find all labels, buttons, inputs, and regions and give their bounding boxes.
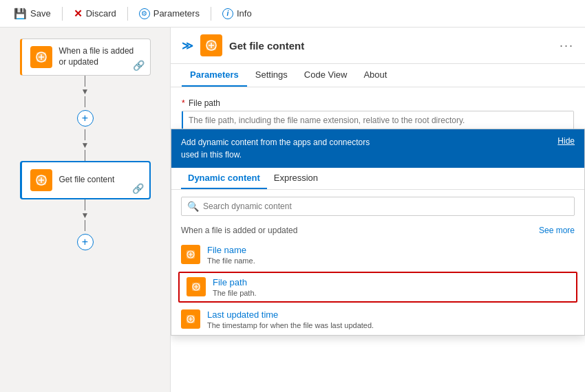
required-marker: * — [182, 98, 185, 108]
connector-line-2 — [85, 96, 85, 107]
discard-icon: ✕ — [74, 8, 83, 20]
save-icon: 💾 — [14, 8, 27, 20]
dynamic-tab-expression[interactable]: Expression — [267, 168, 325, 189]
panel-header: ≫ Get file content ··· — [171, 28, 585, 64]
dynamic-popup-header-text: Add dynamic content from the apps and co… — [181, 136, 370, 161]
info-button[interactable]: i Info — [217, 6, 257, 22]
search-icon: 🔍 — [187, 201, 199, 212]
flow-connector-3: ▼ — [81, 199, 89, 231]
dynamic-popup-header: Add dynamic content from the apps and co… — [171, 129, 584, 168]
add-step-button-1[interactable]: + — [77, 110, 94, 127]
dynamic-item-file-path[interactable]: File path The file path. — [178, 272, 577, 303]
panel-title: Get file content — [229, 40, 304, 52]
file-path-desc: The file path. — [213, 289, 569, 297]
dynamic-item-last-updated[interactable]: Last updated time The timestamp for when… — [171, 304, 584, 335]
dynamic-content-popup: Add dynamic content from the apps and co… — [171, 129, 585, 336]
file-name-label: File name — [207, 245, 575, 255]
last-updated-desc: The timestamp for when the file was last… — [207, 321, 575, 329]
connector-arrow-3: ▼ — [81, 210, 89, 220]
file-name-item-info: File name The file name. — [207, 245, 575, 265]
parameters-icon: ⚙ — [139, 8, 150, 19]
file-path-item-icon — [187, 277, 206, 296]
action-link-icon: 🔗 — [132, 183, 144, 194]
file-name-item-icon — [181, 245, 200, 264]
trigger-node[interactable]: When a file is addedor updated 🔗 — [20, 39, 151, 76]
last-updated-label: Last updated time — [207, 309, 575, 320]
parameters-button[interactable]: ⚙ Parameters — [134, 6, 205, 22]
hide-dynamic-button[interactable]: Hide — [557, 136, 575, 146]
main-layout: When a file is addedor updated 🔗 ▼ + ▼ — [0, 28, 585, 392]
connector-arrow-1: ▼ — [81, 87, 89, 96]
last-updated-item-info: Last updated time The timestamp for when… — [207, 309, 575, 329]
dynamic-search-box: 🔍 — [181, 197, 575, 216]
dynamic-section-header: When a file is added or updated See more — [171, 223, 584, 239]
discard-button[interactable]: ✕ Discard — [68, 5, 122, 23]
file-path-input[interactable] — [182, 111, 574, 130]
trigger-text: When a file is addedor updated — [59, 46, 134, 67]
action-node[interactable]: Get file content 🔗 — [20, 161, 151, 199]
more-options-button[interactable]: ··· — [560, 39, 574, 53]
tab-about[interactable]: About — [355, 64, 395, 87]
connector-line-4 — [85, 150, 85, 161]
tab-settings[interactable]: Settings — [247, 64, 296, 87]
tab-parameters[interactable]: Parameters — [182, 64, 247, 87]
toolbar: 💾 Save ✕ Discard ⚙ Parameters i Info — [0, 0, 585, 28]
save-button[interactable]: 💾 Save — [8, 5, 56, 23]
left-panel: When a file is addedor updated 🔗 ▼ + ▼ — [0, 28, 171, 392]
dynamic-tab-content[interactable]: Dynamic content — [181, 168, 267, 189]
file-path-item-info: File path The file path. — [213, 277, 569, 297]
discard-label: Discard — [86, 8, 116, 19]
dynamic-popup-tabs: Dynamic content Expression — [171, 168, 584, 190]
connector-line-1 — [85, 76, 85, 87]
right-panel: ≫ Get file content ··· Parameters Settin… — [171, 28, 585, 392]
divider-1 — [62, 7, 63, 21]
expand-button[interactable]: ≫ — [182, 39, 193, 52]
file-path-label: * File path — [182, 98, 574, 108]
info-icon: i — [222, 8, 233, 19]
flow-connector-1: ▼ — [81, 76, 89, 107]
file-name-desc: The file name. — [207, 257, 575, 265]
trigger-icon — [30, 46, 52, 68]
tab-code-view[interactable]: Code View — [296, 64, 356, 87]
save-label: Save — [30, 8, 51, 19]
divider-2 — [127, 7, 128, 21]
dynamic-item-file-name[interactable]: File name The file name. — [171, 239, 584, 270]
connector-line-5 — [85, 199, 85, 210]
dynamic-search-input[interactable] — [203, 202, 568, 211]
flow-connector-2: ▼ — [81, 129, 89, 161]
parameters-label: Parameters — [153, 8, 200, 19]
trigger-link-icon: 🔗 — [133, 60, 145, 71]
dynamic-section-title: When a file is added or updated — [181, 226, 297, 235]
connector-line-6 — [85, 220, 85, 231]
panel-title-icon — [200, 34, 222, 56]
info-label: Info — [237, 8, 252, 19]
panel-content: * File path Add dynamic content + Connec… — [171, 87, 585, 392]
panel-tabs: Parameters Settings Code View About — [171, 64, 585, 87]
see-more-button[interactable]: See more — [539, 226, 575, 235]
add-step-button-2[interactable]: + — [77, 234, 94, 250]
last-updated-item-icon — [181, 309, 200, 329]
action-text: Get file content — [59, 175, 115, 186]
action-icon — [30, 169, 52, 191]
connector-line-3 — [85, 129, 85, 140]
file-path-label: File path — [213, 277, 569, 287]
panel-header-left: ≫ Get file content — [182, 34, 304, 56]
divider-3 — [211, 7, 211, 21]
connector-arrow-2: ▼ — [81, 140, 89, 150]
